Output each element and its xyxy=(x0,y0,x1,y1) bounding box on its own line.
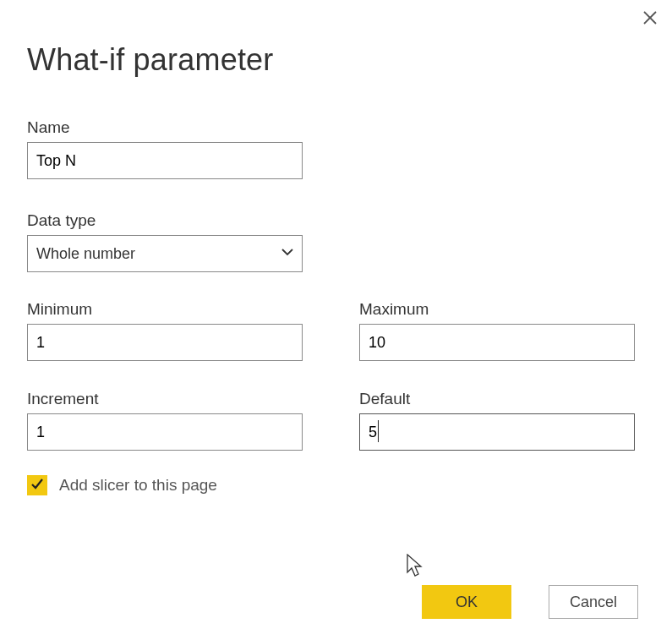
add-slicer-row: Add slicer to this page xyxy=(27,475,217,495)
add-slicer-checkbox[interactable] xyxy=(27,475,47,495)
name-input[interactable] xyxy=(27,142,303,179)
field-datatype: Data type Whole number xyxy=(27,211,303,272)
add-slicer-label: Add slicer to this page xyxy=(59,476,217,495)
datatype-select[interactable]: Whole number xyxy=(27,235,303,272)
close-button[interactable] xyxy=(640,8,660,29)
field-default: Default xyxy=(359,390,635,451)
datatype-value: Whole number xyxy=(27,235,303,272)
mouse-cursor-icon xyxy=(407,554,425,583)
ok-button[interactable]: OK xyxy=(422,585,511,619)
minimum-input[interactable] xyxy=(27,324,303,361)
maximum-input[interactable] xyxy=(359,324,635,361)
field-minimum: Minimum xyxy=(27,300,303,361)
increment-input[interactable] xyxy=(27,413,303,451)
default-label: Default xyxy=(359,390,635,408)
field-name: Name xyxy=(27,118,303,179)
name-label: Name xyxy=(27,118,303,137)
minimum-label: Minimum xyxy=(27,300,303,319)
increment-label: Increment xyxy=(27,390,303,408)
maximum-label: Maximum xyxy=(359,300,635,319)
checkmark-icon xyxy=(30,477,44,494)
dialog-title: What-if parameter xyxy=(27,42,274,78)
field-maximum: Maximum xyxy=(359,300,635,361)
default-input[interactable] xyxy=(359,413,635,451)
text-caret xyxy=(378,420,379,442)
close-icon xyxy=(642,10,658,28)
cancel-button[interactable]: Cancel xyxy=(549,585,638,619)
field-increment: Increment xyxy=(27,390,303,451)
datatype-label: Data type xyxy=(27,211,303,230)
dialog-buttons: OK Cancel xyxy=(422,585,638,619)
